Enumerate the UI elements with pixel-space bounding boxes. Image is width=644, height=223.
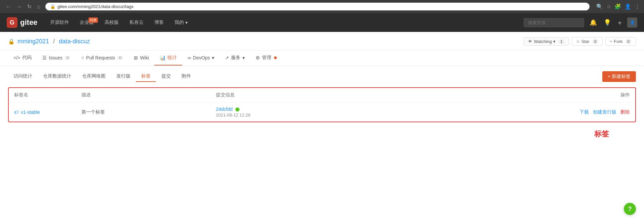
delete-action[interactable]: 删除: [620, 109, 630, 115]
star-label: Star: [581, 39, 590, 44]
tag-commit-cell: 24dcfdd 2021-08-12 11:28: [211, 102, 305, 122]
issues-icon: ☰: [42, 55, 47, 60]
gitee-nav-items: 开源软件 企业版 特惠 高校版 私有云 博客 我的 ▾: [45, 17, 192, 28]
commit-status-dot[interactable]: [235, 107, 239, 112]
tab-wiki[interactable]: ⊞ Wiki: [128, 51, 154, 65]
star-button[interactable]: ☆ Star 0: [572, 37, 603, 46]
tags-table: 标签名 描述 提交信息 操作 🏷 v1-stable: [9, 88, 635, 122]
create-release-action[interactable]: 创建发行版: [593, 109, 616, 115]
col-header-action: 操作: [305, 88, 635, 102]
tab-issues-label: Issues: [49, 55, 62, 60]
gitee-nav: G gitee 开源软件 企业版 特惠 高校版 私有云 博客 我的 ▾ 🔔 💡 …: [0, 13, 644, 32]
address-bar[interactable]: 🔒 gitee.com/mming2021/data-discuz/tags: [45, 3, 590, 10]
label-area: 标签: [8, 129, 636, 142]
gitee-search: 🔔 💡 ＋ 👤: [524, 17, 637, 28]
repo-header: 🔒 mming2021 / data-discuz 👁 Watching ▾ 1…: [0, 32, 644, 51]
fork-button[interactable]: ⑂ Fork 0: [605, 37, 636, 46]
tejie-badge: 特惠: [88, 17, 98, 23]
tab-stats[interactable]: 📊 统计: [154, 51, 182, 65]
tab-manage[interactable]: ⚙ 管理: [250, 51, 282, 65]
user-browser-icon[interactable]: 👤: [624, 3, 631, 10]
nav-item-kaiyuan[interactable]: 开源软件: [45, 17, 74, 28]
subnav-network[interactable]: 仓库网络图: [77, 71, 111, 82]
fork-label: Fork: [614, 39, 622, 44]
home-button[interactable]: ⌂: [35, 3, 42, 10]
nav-item-wode[interactable]: 我的 ▾: [170, 17, 192, 28]
tab-code-label: 代码: [22, 55, 32, 61]
reload-button[interactable]: ↻: [26, 3, 33, 10]
gitee-logo[interactable]: G gitee: [7, 17, 37, 28]
browser-nav-buttons: ← → ↻ ⌂: [4, 3, 42, 10]
tab-pullrequests[interactable]: ⑂ Pull Requests 0: [76, 51, 129, 65]
url-text: gitee.com/mming2021/data-discuz/tags: [58, 4, 134, 9]
subnav-commits[interactable]: 提交: [156, 71, 176, 82]
gitee-logo-text: gitee: [20, 18, 37, 27]
slash-separator: /: [53, 38, 55, 45]
back-button[interactable]: ←: [4, 3, 13, 10]
services-icon: ↗: [225, 55, 229, 60]
avatar-image: 👤: [630, 20, 635, 25]
tag-name: v1-stable: [21, 109, 40, 115]
menu-icon[interactable]: ⋮: [635, 3, 640, 10]
table-row: 🏷 v1-stable 第一个标签 24dcfdd 2021-08-12 11:…: [9, 102, 635, 122]
star-count: 0: [592, 39, 599, 44]
col-header-desc: 描述: [76, 88, 211, 102]
bell-icon[interactable]: 🔔: [588, 17, 598, 28]
devops-dropdown-icon: ▾: [212, 55, 214, 60]
repo-owner[interactable]: mming2021: [17, 38, 49, 45]
manage-icon: ⚙: [256, 55, 260, 60]
tab-stats-label: 统计: [167, 55, 177, 61]
col-header-name: 标签名: [9, 88, 76, 102]
search-input[interactable]: [524, 18, 584, 27]
tab-issues[interactable]: ☰ Issues 0: [37, 51, 76, 65]
tab-code[interactable]: </> 代码: [8, 51, 37, 65]
page-content: 🔒 mming2021 / data-discuz 👁 Watching ▾ 1…: [0, 32, 644, 223]
sub-content: 访问统计 仓库数据统计 仓库网络图 发行版 标签 提交 附件 + 新建标签 标签…: [0, 66, 644, 148]
repo-title: 🔒 mming2021 / data-discuz: [8, 38, 90, 50]
stats-icon: 📊: [160, 55, 165, 60]
add-icon[interactable]: ＋: [616, 18, 623, 27]
tag-name-link[interactable]: 🏷 v1-stable: [14, 109, 71, 115]
watching-label: Watching: [534, 39, 552, 44]
tab-devops-label: DevOps: [193, 55, 210, 60]
zoom-icon[interactable]: 🔍: [596, 3, 603, 10]
commit-info: 24dcfdd: [216, 106, 299, 112]
action-links: 下载 创建发行版 删除: [310, 109, 630, 115]
new-tag-button[interactable]: + 新建标签: [602, 71, 636, 82]
tag-description-cell: 第一个标签: [76, 102, 211, 122]
download-action[interactable]: 下载: [579, 109, 589, 115]
nav-item-siyouyun[interactable]: 私有云: [125, 17, 148, 28]
dropdown-icon: ▾: [553, 39, 556, 44]
lock-icon: 🔒: [50, 4, 55, 9]
extension-icon[interactable]: 🧩: [614, 3, 621, 10]
nav-item-boke[interactable]: 博客: [150, 17, 168, 28]
repo-actions: 👁 Watching ▾ 1 ☆ Star 0 ⑂ Fork 0: [524, 37, 636, 50]
eye-icon: 👁: [528, 39, 532, 44]
tab-services[interactable]: ↗ 服务 ▾: [220, 51, 250, 65]
lamp-icon[interactable]: 💡: [602, 17, 612, 28]
user-avatar[interactable]: 👤: [627, 17, 637, 28]
tab-services-label: 服务: [231, 55, 240, 61]
forward-button[interactable]: →: [15, 3, 24, 10]
biaoqian-label: 标签: [594, 129, 609, 139]
help-button[interactable]: ?: [624, 203, 636, 215]
subnav-repo-stats[interactable]: 仓库数据统计: [38, 71, 77, 82]
subnav-access-stats[interactable]: 访问统计: [8, 71, 38, 82]
watching-count: 1: [558, 39, 565, 44]
nav-item-gaoxiao[interactable]: 高校版: [100, 17, 123, 28]
pr-icon: ⑂: [81, 55, 84, 60]
nav-item-qiye[interactable]: 企业版 特惠: [75, 17, 99, 28]
code-icon: </>: [13, 55, 20, 60]
commit-hash[interactable]: 24dcfdd: [216, 106, 233, 112]
wode-dropdown-icon: ▾: [185, 20, 188, 25]
tab-devops[interactable]: ∞ DevOps ▾: [182, 51, 220, 65]
repo-name[interactable]: data-discuz: [59, 38, 90, 45]
watching-button[interactable]: 👁 Watching ▾ 1: [524, 37, 569, 46]
subnav-tags[interactable]: 标签: [136, 71, 156, 82]
table-header-row: 标签名 描述 提交信息 操作: [9, 88, 635, 102]
subnav-attachments[interactable]: 附件: [176, 71, 196, 82]
subnav-releases[interactable]: 发行版: [111, 71, 136, 82]
pr-badge: 0: [117, 56, 123, 60]
star-browser-icon[interactable]: ☆: [606, 3, 611, 10]
fork-count: 0: [625, 39, 632, 44]
